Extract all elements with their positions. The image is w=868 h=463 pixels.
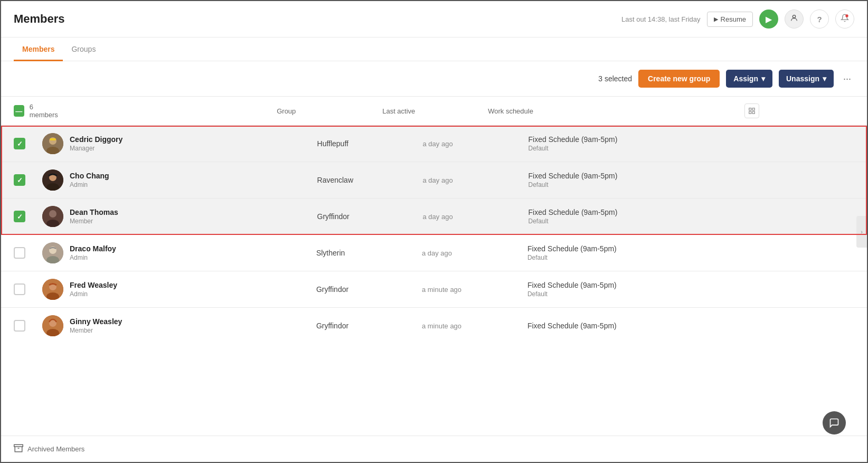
app-container: Members Last out 14:38, last Friday ▶ Re…	[0, 0, 868, 463]
last-active-cell-draco: a day ago	[413, 235, 519, 271]
header: Members Last out 14:38, last Friday ▶ Re…	[1, 1, 867, 37]
check-icon: ✓	[17, 213, 23, 221]
resume-play-icon: ▶	[714, 16, 718, 23]
resume-label: Resume	[721, 15, 746, 23]
work-schedule-cell-fred: Fixed Schedule (9am-5pm) Default	[519, 271, 819, 308]
last-active-text: Last out 14:38, last Friday	[621, 15, 701, 23]
unassign-label: Unassign	[786, 74, 819, 83]
create-new-group-button[interactable]: Create new group	[638, 70, 720, 88]
checkbox-dean[interactable]: ✓	[14, 211, 25, 222]
member-info-cell-cho: Cho Chang Admin	[34, 162, 309, 199]
svg-rect-4	[749, 111, 751, 114]
member-info-cell-draco: Draco Malfoy Admin	[34, 235, 308, 271]
checkbox-cell-draco	[1, 235, 34, 271]
archived-label: Archived Members	[27, 445, 84, 453]
user-button[interactable]	[785, 10, 804, 29]
header-right: Last out 14:38, last Friday ▶ Resume ▶ ?	[621, 10, 854, 29]
page-title: Members	[14, 12, 65, 26]
work-schedule-cell-dean: Fixed Schedule (9am-5pm) Default	[520, 199, 819, 235]
selected-members-table: ✓	[1, 126, 867, 235]
work-schedule-main-dean: Fixed Schedule (9am-5pm)	[529, 208, 811, 216]
group-name-ginny: Gryffindor	[316, 322, 348, 330]
member-role-cho: Admin	[70, 181, 109, 188]
play-button[interactable]: ▶	[759, 10, 778, 29]
archived-icon	[14, 443, 23, 455]
checkbox-cedric[interactable]: ✓	[14, 138, 25, 149]
svg-point-0	[792, 15, 795, 18]
member-name-ginny: Ginny Weasley	[70, 317, 122, 326]
work-schedule-main-ginny: Fixed Schedule (9am-5pm)	[527, 322, 811, 330]
assign-chevron-icon: ▾	[761, 74, 765, 83]
work-schedule-sub-draco: Default	[527, 254, 811, 261]
checkbox-cho[interactable]: ✓	[14, 174, 25, 186]
member-name-cho: Cho Chang	[70, 172, 109, 180]
unassign-button[interactable]: Unassign ▾	[779, 70, 834, 88]
chat-fab-button[interactable]	[823, 411, 846, 434]
tab-members[interactable]: Members	[14, 37, 63, 61]
last-active-dean: a day ago	[423, 213, 453, 221]
checkbox-ginny[interactable]	[14, 320, 25, 332]
more-icon: ···	[843, 73, 851, 84]
check-icon: ✓	[17, 176, 23, 184]
member-role-cedric: Manager	[70, 145, 122, 152]
more-options-button[interactable]: ···	[840, 70, 854, 88]
checkbox-cell-ginny	[1, 308, 34, 344]
member-name-fred: Fred Weasley	[70, 281, 117, 289]
toolbar-row: 3 selected Create new group Assign ▾ Una…	[1, 61, 867, 96]
svg-point-14	[49, 210, 56, 218]
avatar-fred	[42, 279, 63, 300]
resume-button[interactable]: ▶ Resume	[707, 12, 753, 27]
group-name-fred: Gryffindor	[316, 285, 348, 294]
members-table-container: — 6 members Group Last active Work sched…	[1, 96, 867, 344]
avatar-ginny	[42, 315, 63, 336]
table-row: Ginny Weasley Member Gryffindor a minute…	[1, 308, 867, 344]
last-active-cell-cedric: a day ago	[414, 126, 520, 162]
column-settings-cell	[736, 97, 867, 126]
members-count-text: 6 members	[30, 103, 60, 119]
member-info-cell-ginny: Ginny Weasley Member	[34, 308, 308, 344]
group-cell-dean: Gryffindor	[309, 199, 414, 235]
select-all-checkbox[interactable]: —	[14, 105, 24, 117]
svg-rect-5	[752, 111, 754, 114]
member-info-ginny: Ginny Weasley Member	[42, 315, 299, 336]
member-name-cedric: Cedric Diggory	[70, 135, 122, 144]
assign-button[interactable]: Assign ▾	[726, 70, 772, 88]
column-settings-button[interactable]	[744, 103, 759, 118]
work-schedule-main-cedric: Fixed Schedule (9am-5pm)	[529, 135, 811, 144]
tab-members-label: Members	[22, 45, 54, 53]
help-button[interactable]: ?	[810, 10, 829, 29]
checkbox-cell-cho: ✓	[1, 162, 34, 199]
last-active-cell-ginny: a minute ago	[413, 308, 519, 344]
svg-point-1	[845, 14, 848, 17]
checkbox-cell-dean: ✓	[1, 199, 34, 235]
svg-rect-3	[752, 108, 754, 110]
avatar-cho	[42, 169, 63, 191]
last-active-cell-dean: a day ago	[414, 199, 520, 235]
table-row: ✓	[1, 126, 867, 162]
selected-count: 3 selected	[598, 74, 632, 83]
selected-rows-wrapper: ✓	[1, 126, 867, 235]
members-table: — 6 members Group Last active Work sched…	[1, 96, 867, 126]
member-name-role-ginny: Ginny Weasley Member	[70, 317, 122, 334]
work-schedule-sub-cho: Default	[529, 181, 811, 188]
chevron-right-icon: ›	[861, 229, 863, 235]
work-schedule-column-header: Work schedule	[479, 97, 736, 126]
checkbox-draco[interactable]	[14, 247, 25, 259]
group-cell-fred: Gryffindor	[308, 271, 413, 308]
tab-groups[interactable]: Groups	[63, 37, 104, 61]
group-name-dean: Gryffindor	[317, 212, 350, 221]
table-row: Fred Weasley Admin Gryffindor a minute a…	[1, 271, 867, 308]
work-schedule-cell-ginny: Fixed Schedule (9am-5pm)	[519, 308, 819, 344]
members-count-header: — 6 members	[14, 103, 59, 119]
checkbox-fred[interactable]	[14, 284, 25, 295]
notifications-button[interactable]	[835, 10, 854, 29]
member-name-role-draco: Draco Malfoy Admin	[70, 244, 116, 261]
last-active-column-header: Last active	[374, 97, 479, 126]
last-active-ginny: a minute ago	[422, 322, 461, 330]
work-schedule-sub-cedric: Default	[529, 145, 811, 152]
member-name-role-cedric: Cedric Diggory Manager	[70, 135, 122, 152]
checkbox-cell-cedric: ✓	[1, 126, 34, 162]
member-role-ginny: Member	[70, 327, 122, 334]
expand-panel-button[interactable]: ›	[856, 216, 867, 248]
checkbox-cell-fred	[1, 271, 34, 308]
